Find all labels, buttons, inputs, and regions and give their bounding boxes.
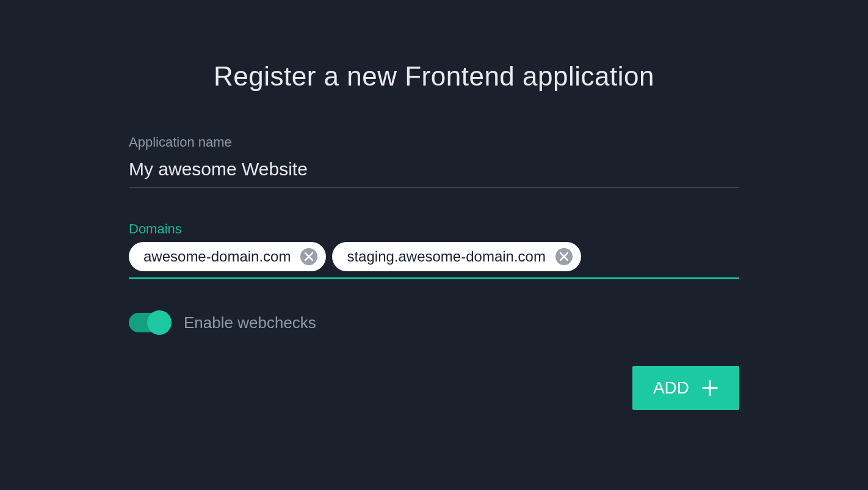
webchecks-toggle[interactable] [129,313,170,332]
remove-domain-button[interactable] [555,248,573,265]
add-button[interactable]: ADD [632,366,739,410]
application-name-label: Application name [129,134,739,150]
close-icon [560,252,568,261]
domains-chip-row[interactable]: awesome-domain.com staging.awesome-domai… [129,242,739,279]
plus-icon [701,379,718,397]
webchecks-label: Enable webchecks [184,313,316,332]
domain-chip-label: awesome-domain.com [143,248,291,265]
domains-field: Domains awesome-domain.com staging.aweso… [129,221,739,279]
close-icon [305,252,313,261]
actions-row: ADD [129,366,739,410]
form-container: Register a new Frontend application Appl… [129,0,739,410]
domain-chip-label: staging.awesome-domain.com [347,248,546,265]
remove-domain-button[interactable] [300,248,317,265]
domain-chip: staging.awesome-domain.com [332,242,581,271]
domain-chip: awesome-domain.com [129,242,326,271]
webchecks-row: Enable webchecks [129,313,739,332]
application-name-field: Application name [129,134,739,188]
page-title: Register a new Frontend application [129,61,739,92]
add-button-label: ADD [653,378,689,398]
toggle-knob [147,310,172,335]
domains-label: Domains [129,221,739,237]
application-name-input[interactable] [129,155,739,188]
